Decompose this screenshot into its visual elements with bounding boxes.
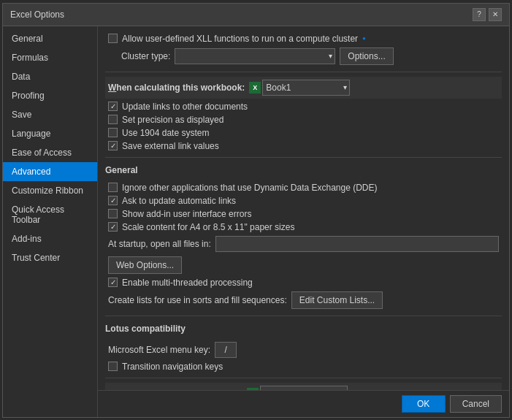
workbook-dropdown[interactable]: Book1 bbox=[262, 80, 350, 96]
set-precision-label: Set precision as displayed bbox=[122, 115, 223, 125]
cluster-allow-label: Allow user-defined XLL functions to run … bbox=[122, 34, 358, 44]
update-links-checkbox[interactable] bbox=[108, 102, 118, 111]
scale-content-row: Scale content for A4 or 8.5 x 11" paper … bbox=[105, 221, 502, 234]
ask-update-label: Ask to update automatic links bbox=[122, 196, 236, 206]
create-lists-label: Create lists for use in sorts and fill s… bbox=[108, 295, 287, 305]
separator-1 bbox=[105, 72, 502, 72]
enable-multithreaded-row: Enable multi-threaded processing bbox=[105, 276, 502, 289]
menu-key-input[interactable] bbox=[215, 342, 237, 358]
sidebar: General Formulas Data Proofing Save Lang… bbox=[3, 26, 98, 417]
excel-options-dialog: Excel Options ? ✕ General Formulas Data … bbox=[2, 3, 510, 418]
web-options-row: Web Options... bbox=[105, 254, 502, 276]
save-external-checkbox[interactable] bbox=[108, 141, 118, 150]
lotus-settings-row: Lotus compatibility Settings for: S Shee… bbox=[105, 383, 502, 390]
set-precision-row: Set precision as displayed bbox=[105, 113, 502, 126]
cluster-type-select-wrapper bbox=[175, 48, 335, 64]
lotus-section-header: Lotus compatibility bbox=[105, 321, 502, 337]
ask-update-checkbox[interactable] bbox=[108, 196, 118, 205]
help-button[interactable]: ? bbox=[473, 8, 486, 21]
separator-3 bbox=[105, 316, 502, 316]
startup-row: At startup, open all files in: bbox=[105, 234, 502, 254]
cluster-allow-row: Allow user-defined XLL functions to run … bbox=[105, 32, 502, 45]
use-1904-checkbox[interactable] bbox=[108, 128, 118, 137]
cluster-allow-checkbox[interactable] bbox=[108, 34, 118, 43]
workbook-select-wrapper: X Book1 bbox=[249, 80, 350, 96]
sidebar-item-general[interactable]: General bbox=[3, 29, 97, 48]
cluster-type-row: Cluster type: Options... bbox=[105, 45, 502, 67]
save-external-label: Save external link values bbox=[122, 141, 219, 151]
cluster-dot-icon: ● bbox=[362, 35, 366, 42]
close-button[interactable]: ✕ bbox=[489, 8, 502, 21]
ignore-dde-row: Ignore other applications that use Dynam… bbox=[105, 181, 502, 194]
show-addin-row: Show add-in user interface errors bbox=[105, 207, 502, 221]
sidebar-item-quick-access-toolbar[interactable]: Quick Access Toolbar bbox=[3, 200, 97, 229]
sidebar-item-proofing[interactable]: Proofing bbox=[3, 86, 97, 105]
separator-4 bbox=[105, 378, 502, 378]
dialog-body: General Formulas Data Proofing Save Lang… bbox=[3, 26, 509, 417]
options-button[interactable]: Options... bbox=[340, 47, 393, 65]
ask-update-row: Ask to update automatic links bbox=[105, 194, 502, 207]
sidebar-item-save[interactable]: Save bbox=[3, 105, 97, 124]
update-links-label: Update links to other documents bbox=[122, 102, 248, 112]
save-external-row: Save external link values bbox=[105, 140, 502, 153]
scale-content-checkbox[interactable] bbox=[108, 222, 118, 232]
sidebar-item-formulas[interactable]: Formulas bbox=[3, 48, 97, 67]
ok-button[interactable]: OK bbox=[402, 395, 446, 413]
sidebar-item-add-ins[interactable]: Add-ins bbox=[3, 229, 97, 248]
sidebar-item-trust-center[interactable]: Trust Center bbox=[3, 248, 97, 267]
title-controls: ? ✕ bbox=[473, 8, 502, 21]
use-1904-row: Use 1904 date system bbox=[105, 126, 502, 140]
menu-key-label: Microsoft Excel menu key: bbox=[108, 345, 210, 355]
title-bar: Excel Options ? ✕ bbox=[3, 4, 509, 26]
cluster-type-label: Cluster type: bbox=[121, 51, 170, 61]
set-precision-checkbox[interactable] bbox=[108, 115, 118, 124]
sheet-select-wrapper: S Sheet1 bbox=[247, 386, 348, 390]
use-1904-label: Use 1904 date system bbox=[122, 128, 209, 138]
transition-nav-label: Transition navigation keys bbox=[122, 362, 223, 372]
workbook-dropdown-wrapper: Book1 bbox=[262, 80, 350, 96]
sidebar-item-advanced[interactable]: Advanced bbox=[3, 162, 97, 181]
calc-workbook-row: When calculating this workbook: X Book1 bbox=[105, 77, 502, 99]
enable-multithreaded-label: Enable multi-threaded processing bbox=[122, 278, 253, 288]
when-calc-label: When calculating this workbook: bbox=[108, 83, 245, 93]
sidebar-item-data[interactable]: Data bbox=[3, 67, 97, 86]
when-calc-text: hen calculating this workbook: bbox=[116, 83, 245, 93]
general-section-header: General bbox=[105, 162, 502, 178]
ignore-dde-label: Ignore other applications that use Dynam… bbox=[122, 183, 378, 193]
sidebar-item-language[interactable]: Language bbox=[3, 124, 97, 143]
transition-nav-checkbox[interactable] bbox=[108, 362, 118, 371]
scale-content-label: Scale content for A4 or 8.5 x 11" paper … bbox=[122, 222, 294, 232]
sidebar-item-ease-of-access[interactable]: Ease of Access bbox=[3, 143, 97, 162]
cluster-type-select[interactable] bbox=[175, 48, 335, 64]
transition-nav-row: Transition navigation keys bbox=[105, 360, 502, 373]
create-lists-row: Create lists for use in sorts and fill s… bbox=[105, 289, 502, 311]
web-options-button[interactable]: Web Options... bbox=[108, 256, 182, 274]
sheet-dropdown[interactable]: Sheet1 bbox=[260, 386, 348, 390]
startup-label: At startup, open all files in: bbox=[108, 239, 211, 249]
edit-custom-lists-button[interactable]: Edit Custom Lists... bbox=[291, 291, 383, 309]
show-addin-label: Show add-in user interface errors bbox=[122, 209, 251, 219]
enable-multithreaded-checkbox[interactable] bbox=[108, 278, 118, 287]
ignore-dde-checkbox[interactable] bbox=[108, 183, 118, 192]
content-area: Allow user-defined XLL functions to run … bbox=[98, 26, 509, 417]
content-scroll: Allow user-defined XLL functions to run … bbox=[98, 26, 509, 390]
sheet-dropdown-wrapper: Sheet1 bbox=[260, 386, 348, 390]
dialog-title: Excel Options bbox=[10, 9, 64, 20]
sidebar-item-customize-ribbon[interactable]: Customize Ribbon bbox=[3, 181, 97, 200]
menu-key-row: Microsoft Excel menu key: bbox=[105, 340, 502, 360]
update-links-row: Update links to other documents bbox=[105, 100, 502, 113]
startup-input[interactable] bbox=[215, 236, 499, 252]
separator-2 bbox=[105, 157, 502, 158]
cancel-button[interactable]: Cancel bbox=[450, 395, 502, 413]
show-addin-checkbox[interactable] bbox=[108, 209, 118, 218]
footer: OK Cancel bbox=[98, 390, 509, 417]
excel-icon: X bbox=[249, 82, 261, 93]
